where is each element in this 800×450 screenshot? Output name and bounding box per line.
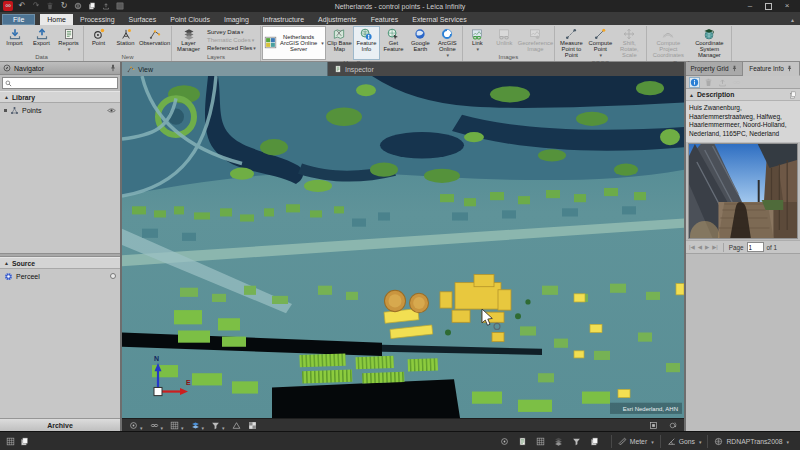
import-button[interactable]: Import (1, 26, 28, 54)
tree-item-parcel[interactable]: Perceel (0, 269, 120, 283)
window-layout-icon[interactable] (115, 1, 125, 11)
tree-item-points[interactable]: Points (0, 103, 120, 117)
observation-button[interactable]: Observation (139, 26, 170, 54)
background-tool-button[interactable] (248, 421, 257, 430)
search-input[interactable] (14, 80, 115, 87)
export-button[interactable]: Export (28, 26, 55, 54)
layer-manager-button[interactable]: Layer Manager (173, 26, 204, 54)
angle-unit-selector[interactable]: Gons (660, 435, 708, 448)
rotate-3d-button[interactable] (668, 421, 677, 430)
pin-icon[interactable] (109, 64, 117, 72)
pin-icon[interactable] (786, 65, 793, 72)
item-marker (4, 109, 7, 112)
project-coordinates-icon (662, 28, 674, 40)
pin-icon[interactable] (731, 65, 738, 72)
first-page-button[interactable]: |◀ (689, 244, 695, 250)
delete-icon[interactable] (45, 1, 55, 11)
tab-view[interactable]: View (122, 62, 328, 76)
grid-toggle-icon[interactable] (535, 436, 546, 447)
filter-toggle-icon[interactable] (571, 436, 582, 447)
measure-point-to-point-button[interactable]: Measure Point to Point (556, 26, 587, 60)
ribbon-collapse-icon[interactable]: ▴ (791, 16, 800, 25)
compute-project-coordinates-button[interactable]: Compute Project Coordinates (648, 26, 689, 60)
export-feature-button[interactable] (717, 77, 728, 88)
source-radio[interactable] (110, 273, 116, 279)
tab-file[interactable]: File (2, 14, 35, 25)
thematic-codes-dropdown[interactable]: Thematic Codes (207, 37, 256, 43)
arcgis-online-button[interactable]: ArcGIS Online (434, 26, 461, 60)
navigator-search-row (0, 75, 120, 91)
tab-property-grid[interactable]: Property Grid (686, 62, 743, 76)
layers-toggle-icon[interactable] (553, 436, 564, 447)
get-feature-button[interactable]: Get Feature (380, 26, 407, 60)
toggle-left-panel-icon[interactable] (5, 436, 16, 447)
feature-info-toolbar (686, 76, 800, 89)
map-canvas[interactable]: N E Esri Nederland, AHN (122, 76, 684, 418)
info-toggle-button[interactable] (689, 77, 700, 88)
next-page-button[interactable]: ▶ (705, 244, 709, 250)
tab-infrastructure[interactable]: Infrastructure (256, 14, 311, 25)
image-georeference-icon (529, 28, 541, 40)
library-section-header[interactable]: ▲ Library (0, 91, 120, 103)
feature-photo[interactable] (688, 143, 798, 239)
archive-button[interactable]: Archive (0, 418, 120, 431)
library-tree: Points (0, 103, 120, 253)
compute-point-button[interactable]: Compute Point (587, 26, 614, 60)
group-label-layers: Layers (173, 54, 259, 61)
report-icon[interactable] (517, 436, 528, 447)
tab-processing[interactable]: Processing (73, 14, 122, 25)
close-button[interactable]: × (782, 1, 792, 11)
delete-feature-button[interactable] (703, 77, 714, 88)
tab-imaging[interactable]: Imaging (217, 14, 256, 25)
tab-feature-info[interactable]: Feature Info (743, 62, 800, 76)
feature-info-panel: Property Grid Feature Info ▲ Description (684, 62, 800, 431)
last-page-button[interactable]: ▶| (712, 244, 718, 250)
clip-base-map-button[interactable]: Clip Base Map (326, 26, 353, 60)
arcgis-server-button[interactable]: Netherlands ArcGIS Online Server (262, 26, 326, 60)
previous-page-button[interactable]: ◀ (698, 244, 702, 250)
no-snap-icon[interactable] (499, 436, 510, 447)
folder-icon[interactable] (589, 436, 600, 447)
coordinate-system-selector[interactable]: RDNAPTrans2008 (707, 435, 795, 448)
tab-inspector[interactable]: Inspector (328, 62, 684, 76)
google-earth-button[interactable]: Google Earth (407, 26, 434, 60)
unlink-image-button[interactable]: Unlink (491, 26, 518, 54)
coordinate-system-manager-button[interactable]: Coordinate System Manager (689, 26, 730, 60)
page-input[interactable] (747, 242, 764, 252)
tin-tool-button[interactable] (232, 421, 241, 430)
redo-icon[interactable]: ↷ (31, 1, 41, 11)
tab-external-services[interactable]: External Services (405, 14, 473, 25)
survey-data-dropdown[interactable]: Survey Data (207, 29, 256, 35)
distance-unit-selector[interactable]: Meter (611, 435, 660, 448)
source-section-header[interactable]: ▲ Source (0, 257, 120, 269)
archive-icon[interactable] (87, 1, 97, 11)
refresh-icon[interactable]: ↻ (59, 1, 69, 11)
toggle-right-panel-icon[interactable] (19, 436, 30, 447)
point-button[interactable]: Point (85, 26, 112, 54)
visibility-eye-icon[interactable] (107, 106, 116, 115)
tab-home[interactable]: Home (40, 14, 73, 25)
feature-info-button[interactable]: Feature Info (353, 26, 380, 60)
tab-point-clouds[interactable]: Point Clouds (163, 14, 217, 25)
link-feature-button[interactable] (731, 77, 742, 88)
reports-button[interactable]: Reports (55, 26, 82, 54)
copy-icon[interactable] (789, 91, 797, 99)
globe-icon[interactable] (73, 1, 83, 11)
georeference-image-button[interactable]: Georeference Image (518, 26, 553, 54)
fit-view-button[interactable] (649, 421, 658, 430)
referenced-files-dropdown[interactable]: Referenced Files (207, 45, 256, 51)
restore-button[interactable] (765, 3, 772, 10)
description-header[interactable]: ▲ Description (686, 89, 800, 101)
export-icon[interactable] (101, 1, 111, 11)
tab-features[interactable]: Features (364, 14, 406, 25)
link-image-button[interactable]: Link (464, 26, 491, 54)
minimize-button[interactable]: – (745, 1, 755, 11)
search-box[interactable] (2, 77, 118, 89)
ribbon-group-layers: Layer Manager Survey Data Thematic Codes… (172, 26, 261, 61)
shift-rotate-scale-button[interactable]: Shift, Rotate, Scale (614, 26, 645, 60)
station-button[interactable]: Station (112, 26, 139, 54)
tab-surfaces[interactable]: Surfaces (122, 14, 164, 25)
undo-icon[interactable]: ↶ (17, 1, 27, 11)
tab-adjustments[interactable]: Adjustments (311, 14, 364, 25)
station-icon (120, 28, 132, 40)
